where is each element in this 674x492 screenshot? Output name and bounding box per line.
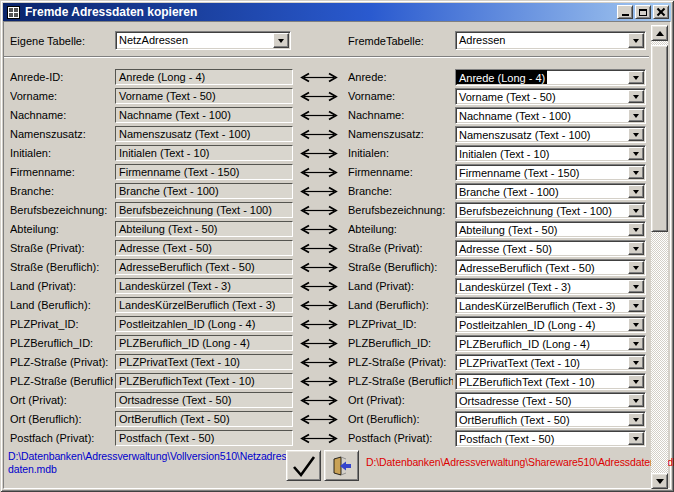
bidirectional-arrow-icon xyxy=(299,110,339,121)
target-field-combo[interactable]: Adresse (Text - 50) xyxy=(455,240,646,257)
target-field-combo[interactable]: LandesKürzelBeruflich (Text - 3) xyxy=(455,297,646,314)
bidirectional-arrow-icon xyxy=(299,319,339,330)
source-field-box[interactable]: Anrede (Long - 4) xyxy=(115,69,293,85)
chevron-down-icon[interactable] xyxy=(628,337,644,350)
chevron-down-icon[interactable] xyxy=(273,33,289,48)
maximize-button[interactable] xyxy=(635,5,651,19)
chevron-down-icon[interactable] xyxy=(628,413,644,426)
target-field-combo[interactable]: PLZBeruflichText (Text - 10) xyxy=(455,373,646,390)
target-field-label: Firmenname: xyxy=(348,166,453,180)
target-field-value: Branche (Text - 100) xyxy=(456,184,561,198)
source-field-box[interactable]: Adresse (Text - 50) xyxy=(115,240,293,256)
target-field-combo[interactable]: Postleitzahlen_ID (Long - 4) xyxy=(455,316,646,333)
source-field-label: Vorname: xyxy=(10,90,113,104)
source-field-box[interactable]: Branche (Text - 100) xyxy=(115,183,293,199)
target-field-combo[interactable]: Berufsbezeichnung (Text - 100) xyxy=(455,202,646,219)
arrow-up-icon xyxy=(656,31,664,36)
target-field-combo[interactable]: Nachname (Text - 100) xyxy=(455,107,646,124)
scroll-up-button[interactable] xyxy=(651,25,668,41)
target-field-combo[interactable]: Branche (Text - 100) xyxy=(455,183,646,200)
source-field-box[interactable]: Postleitzahlen_ID (Long - 4) xyxy=(115,316,293,332)
mapping-row: Initialen: Initialen (Text - 10) Initial… xyxy=(0,145,674,164)
source-field-box[interactable]: Vorname (Text - 50) xyxy=(115,88,293,104)
mapping-row: Ort (Privat): Ortsadresse (Text - 50) Or… xyxy=(0,392,674,411)
source-field-box[interactable]: LandesKürzelBeruflich (Text - 3) xyxy=(115,297,293,313)
chevron-down-icon[interactable] xyxy=(628,33,644,48)
mapping-row: Land (Beruflich): LandesKürzelBeruflich … xyxy=(0,297,674,316)
source-field-label: Postfach (Privat): xyxy=(10,432,113,446)
target-field-combo[interactable]: Landeskürzel (Text - 3) xyxy=(455,278,646,295)
target-field-value: Nachname (Text - 100) xyxy=(456,108,573,122)
target-field-label: PLZPrivat_ID: xyxy=(348,318,453,332)
exit-button[interactable] xyxy=(324,450,359,481)
chevron-down-icon[interactable] xyxy=(628,204,644,217)
bidirectional-arrow-icon xyxy=(299,243,339,254)
target-field-value: OrtBeruflich (Text - 50) xyxy=(456,412,572,426)
chevron-down-icon[interactable] xyxy=(628,223,644,236)
chevron-down-icon[interactable] xyxy=(628,280,644,293)
target-field-label: Initialen: xyxy=(348,147,453,161)
source-field-box[interactable]: Ortsadresse (Text - 50) xyxy=(115,392,293,408)
chevron-down-icon[interactable] xyxy=(628,432,644,445)
chevron-down-icon[interactable] xyxy=(628,109,644,122)
scroll-down-button[interactable] xyxy=(651,473,668,489)
source-field-box[interactable]: PLZPrivatText (Text - 10) xyxy=(115,354,293,370)
chevron-down-icon[interactable] xyxy=(628,166,644,179)
chevron-down-icon[interactable] xyxy=(628,185,644,198)
vertical-scrollbar[interactable] xyxy=(651,25,668,489)
target-field-combo[interactable]: Postfach (Text - 50) xyxy=(455,430,646,447)
chevron-down-icon[interactable] xyxy=(628,90,644,103)
scrollbar-thumb[interactable] xyxy=(651,45,668,232)
chevron-down-icon[interactable] xyxy=(628,147,644,160)
target-field-combo[interactable]: Initialen (Text - 10) xyxy=(455,145,646,162)
target-field-value: Namenszusatz (Text - 100) xyxy=(456,127,592,141)
foreign-table-combo[interactable]: Adressen xyxy=(455,31,646,50)
close-button[interactable] xyxy=(653,5,669,19)
own-table-combo[interactable]: NetzAdressen xyxy=(115,31,291,50)
mapping-row: PLZ-Straße (Beruflich): PLZBeruflichText… xyxy=(0,373,674,392)
source-field-label: Land (Privat): xyxy=(10,280,113,294)
target-field-combo[interactable]: Abteilung (Text - 50) xyxy=(455,221,646,238)
target-field-combo[interactable]: PLZBeruflich_ID (Long - 4) xyxy=(455,335,646,352)
target-field-combo[interactable]: Namenszusatz (Text - 100) xyxy=(455,126,646,143)
mapping-row: Abteilung: Abteilung (Text - 50) Abteilu… xyxy=(0,221,674,240)
chevron-down-icon[interactable] xyxy=(628,71,644,84)
source-field-box[interactable]: Firmenname (Text - 150) xyxy=(115,164,293,180)
chevron-down-icon[interactable] xyxy=(628,356,644,369)
minimize-button[interactable] xyxy=(617,5,633,19)
target-field-combo[interactable]: PLZPrivatText (Text - 10) xyxy=(455,354,646,371)
target-field-label: Land (Privat): xyxy=(348,280,453,294)
source-field-box[interactable]: Nachname (Text - 100) xyxy=(115,107,293,123)
chevron-down-icon[interactable] xyxy=(628,128,644,141)
chevron-down-icon[interactable] xyxy=(628,394,644,407)
source-field-box[interactable]: Namenszusatz (Text - 100) xyxy=(115,126,293,142)
bidirectional-arrow-icon xyxy=(299,167,339,178)
source-field-box[interactable]: Landeskürzel (Text - 3) xyxy=(115,278,293,294)
target-field-combo[interactable]: AdresseBeruflich (Text - 50) xyxy=(455,259,646,276)
source-field-box[interactable]: PLZBeruflichText (Text - 10) xyxy=(115,373,293,389)
source-field-box[interactable]: PLZBeruflich_ID (Long - 4) xyxy=(115,335,293,351)
target-field-combo[interactable]: Firmenname (Text - 150) xyxy=(455,164,646,181)
chevron-down-icon[interactable] xyxy=(628,299,644,312)
source-field-box[interactable]: OrtBeruflich (Text - 50) xyxy=(115,411,293,427)
target-field-combo[interactable]: Anrede (Long - 4) xyxy=(455,69,646,86)
chevron-down-icon[interactable] xyxy=(628,261,644,274)
target-field-combo[interactable]: Ortsadresse (Text - 50) xyxy=(455,392,646,409)
source-field-label: Straße (Privat): xyxy=(10,242,113,256)
chevron-down-icon[interactable] xyxy=(628,375,644,388)
confirm-button[interactable] xyxy=(286,450,321,481)
source-field-box[interactable]: Abteilung (Text - 50) xyxy=(115,221,293,237)
title-bar[interactable]: Fremde Adressdaten kopieren xyxy=(3,3,671,21)
chevron-down-icon[interactable] xyxy=(628,318,644,331)
source-field-box[interactable]: AdresseBeruflich (Text - 50) xyxy=(115,259,293,275)
source-field-box[interactable]: Initialen (Text - 10) xyxy=(115,145,293,161)
bidirectional-arrow-icon xyxy=(299,395,339,406)
bidirectional-arrow-icon xyxy=(299,338,339,349)
source-field-box[interactable]: Berufsbezeichnung (Text - 100) xyxy=(115,202,293,218)
source-field-label: Initialen: xyxy=(10,147,113,161)
chevron-down-icon[interactable] xyxy=(628,242,644,255)
target-field-combo[interactable]: Vorname (Text - 50) xyxy=(455,88,646,105)
source-field-box[interactable]: Postfach (Text - 50) xyxy=(115,430,293,446)
target-field-combo[interactable]: OrtBeruflich (Text - 50) xyxy=(455,411,646,428)
target-field-label: Anrede: xyxy=(348,71,453,85)
